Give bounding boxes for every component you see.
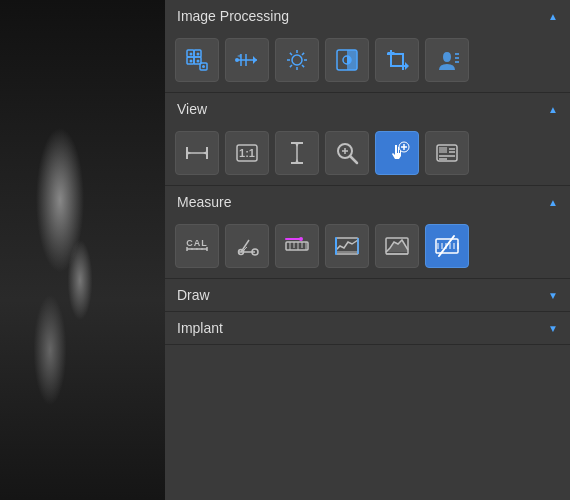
section-view: View 1:1 xyxy=(165,93,570,186)
section-title-image-processing: Image Processing xyxy=(177,8,289,24)
section-header-measure[interactable]: Measure xyxy=(165,186,570,218)
angle-icon xyxy=(233,232,261,260)
scatter-icon xyxy=(183,46,211,74)
fit-height-button[interactable] xyxy=(275,131,319,175)
profile-icon xyxy=(433,46,461,74)
crop-button[interactable] xyxy=(375,38,419,82)
section-arrow-measure xyxy=(548,197,558,208)
section-draw: Draw xyxy=(165,279,570,312)
angle-button[interactable] xyxy=(225,224,269,268)
right-panel: Image Processing xyxy=(165,0,570,500)
overlay-button[interactable] xyxy=(425,131,469,175)
pan-icon xyxy=(383,139,411,167)
profile-line-icon xyxy=(333,232,361,260)
svg-marker-36 xyxy=(203,151,207,155)
svg-point-9 xyxy=(202,65,205,68)
section-arrow-view xyxy=(548,104,558,115)
section-header-draw[interactable]: Draw xyxy=(165,279,570,311)
scatter-button[interactable] xyxy=(175,38,219,82)
svg-line-23 xyxy=(302,53,304,55)
svg-point-4 xyxy=(190,53,193,56)
svg-marker-43 xyxy=(295,159,299,163)
section-title-implant: Implant xyxy=(177,320,223,336)
ruler-button[interactable] xyxy=(275,224,319,268)
invert-icon xyxy=(333,46,361,74)
svg-text:CAL: CAL xyxy=(186,238,208,248)
section-arrow-implant xyxy=(548,323,558,334)
xray-image xyxy=(0,0,165,500)
sharpen-button[interactable] xyxy=(225,38,269,82)
zoom-icon xyxy=(333,139,361,167)
image-panel xyxy=(0,0,165,500)
measure-active-icon xyxy=(433,232,461,260)
svg-point-6 xyxy=(190,60,193,63)
section-implant: Implant xyxy=(165,312,570,345)
profile-line-button[interactable] xyxy=(325,224,369,268)
histogram-icon xyxy=(383,232,411,260)
section-title-draw: Draw xyxy=(177,287,210,303)
svg-marker-27 xyxy=(405,62,409,70)
section-arrow-draw xyxy=(548,290,558,301)
brightness-button[interactable] xyxy=(275,38,319,82)
pan-button[interactable] xyxy=(375,131,419,175)
section-measure: Measure CAL xyxy=(165,186,570,279)
svg-point-5 xyxy=(197,53,200,56)
svg-point-12 xyxy=(235,58,239,62)
calibrate-button[interactable]: CAL xyxy=(175,224,219,268)
tool-row-image-processing xyxy=(165,32,570,92)
section-arrow-image-processing xyxy=(548,11,558,22)
svg-marker-15 xyxy=(237,54,241,58)
svg-point-75 xyxy=(299,237,303,241)
crop-icon xyxy=(383,46,411,74)
original-size-button[interactable]: 1:1 xyxy=(225,131,269,175)
invert-button[interactable] xyxy=(325,38,369,82)
svg-marker-35 xyxy=(187,151,191,155)
tool-row-measure: CAL xyxy=(165,218,570,278)
fit-width-button[interactable] xyxy=(175,131,219,175)
tool-row-view: 1:1 xyxy=(165,125,570,185)
section-image-processing: Image Processing xyxy=(165,0,570,93)
svg-rect-52 xyxy=(439,147,447,153)
profile-button[interactable] xyxy=(425,38,469,82)
fit-height-icon xyxy=(283,139,311,167)
section-title-measure: Measure xyxy=(177,194,231,210)
svg-point-16 xyxy=(292,55,302,65)
zoom-button[interactable] xyxy=(325,131,369,175)
svg-rect-68 xyxy=(286,242,308,250)
section-header-view[interactable]: View xyxy=(165,93,570,125)
histogram-button[interactable] xyxy=(375,224,419,268)
fit-width-icon xyxy=(183,139,211,167)
section-header-implant[interactable]: Implant xyxy=(165,312,570,344)
svg-line-45 xyxy=(350,156,357,163)
svg-line-21 xyxy=(290,53,292,55)
section-header-image-processing[interactable]: Image Processing xyxy=(165,0,570,32)
overlay-icon xyxy=(433,139,461,167)
sharpen-icon xyxy=(233,46,261,74)
measure-active-button[interactable] xyxy=(425,224,469,268)
svg-text:1:1: 1:1 xyxy=(239,147,255,159)
svg-point-7 xyxy=(197,60,200,63)
ruler-icon xyxy=(283,232,311,260)
svg-line-24 xyxy=(290,65,292,67)
calibrate-icon: CAL xyxy=(183,235,211,257)
brightness-icon xyxy=(283,46,311,74)
svg-marker-42 xyxy=(295,143,299,147)
one-to-one-icon: 1:1 xyxy=(233,139,261,167)
section-title-view: View xyxy=(177,101,207,117)
svg-marker-11 xyxy=(253,56,257,64)
svg-line-22 xyxy=(302,65,304,67)
